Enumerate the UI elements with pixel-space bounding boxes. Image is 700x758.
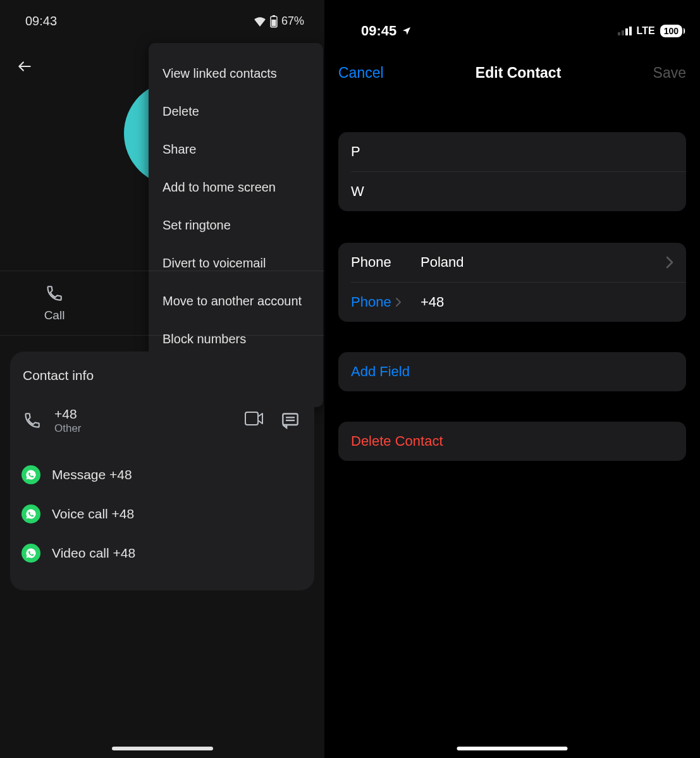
- chevron-right-icon: [395, 297, 402, 307]
- wa-voice-label: Voice call +48: [52, 506, 134, 522]
- svg-rect-4: [283, 414, 297, 425]
- delete-group: Delete Contact: [338, 422, 686, 461]
- menu-delete[interactable]: Delete: [149, 92, 323, 130]
- action-tabs: Call: [0, 271, 324, 336]
- chevron-right-icon: [666, 256, 673, 269]
- wifi-icon: [254, 16, 266, 27]
- wa-message-label: Message +48: [52, 467, 132, 482]
- phone-icon: [46, 284, 63, 302]
- name-group: P W: [338, 132, 686, 211]
- battery-percent: 100: [660, 25, 682, 37]
- clock: 09:43: [25, 14, 57, 28]
- page-title: Edit Contact: [476, 64, 561, 82]
- battery-percent: 67%: [281, 15, 304, 28]
- section-heading: Contact info: [21, 368, 303, 383]
- contact-info-card: Contact info +48 Other Messag: [10, 351, 314, 590]
- last-name-field[interactable]: W: [338, 172, 686, 211]
- menu-share[interactable]: Share: [149, 130, 323, 168]
- status-bar: 09:45 LTE 100: [324, 0, 700, 44]
- phone-type: Other: [54, 422, 233, 435]
- android-contact-screen: 09:43 67% View linked contacts Delete Sh…: [0, 0, 324, 758]
- phone-country-row[interactable]: Phone Poland: [338, 243, 686, 282]
- save-button[interactable]: Save: [653, 64, 686, 82]
- svg-rect-8: [622, 30, 624, 35]
- phone-number: +48: [54, 406, 233, 422]
- svg-rect-3: [245, 412, 258, 425]
- arrow-left-icon: [16, 58, 33, 75]
- whatsapp-video-call[interactable]: Video call +48: [21, 534, 303, 573]
- whatsapp-message[interactable]: Message +48: [21, 455, 303, 494]
- phone-group: Phone Poland Phone +48: [338, 243, 686, 322]
- first-name-field[interactable]: P: [338, 132, 686, 171]
- phone-type-label[interactable]: Phone: [351, 294, 421, 310]
- delete-contact-label: Delete Contact: [351, 433, 443, 449]
- cellular-icon: [618, 27, 632, 35]
- status-indicators: LTE 100: [618, 25, 686, 37]
- message-icon[interactable]: [281, 412, 299, 429]
- whatsapp-icon: [21, 465, 40, 484]
- whatsapp-icon: [21, 504, 40, 523]
- svg-rect-2: [271, 20, 276, 27]
- last-name-value: W: [351, 183, 364, 200]
- first-name-value: P: [351, 144, 360, 160]
- phone-label: Phone: [351, 254, 421, 271]
- video-icon[interactable]: [245, 412, 264, 429]
- gesture-bar[interactable]: [112, 747, 213, 750]
- phone-icon: [21, 412, 43, 429]
- phone-number-row[interactable]: Phone +48: [338, 283, 686, 322]
- cancel-button[interactable]: Cancel: [338, 64, 384, 82]
- ios-edit-contact-screen: 09:45 LTE 100 Cancel Edit Contact Save P…: [324, 0, 700, 758]
- battery-icon: 100: [660, 25, 686, 37]
- location-icon: [402, 26, 412, 36]
- tab-call[interactable]: Call: [0, 271, 109, 335]
- svg-rect-9: [625, 28, 628, 35]
- svg-rect-1: [273, 15, 275, 17]
- phone-entry[interactable]: +48 Other: [21, 401, 303, 440]
- nav-bar: Cancel Edit Contact Save: [324, 44, 700, 97]
- phone-number-value: +48: [421, 294, 673, 310]
- svg-rect-10: [629, 27, 632, 35]
- back-button[interactable]: [13, 54, 37, 78]
- svg-rect-7: [618, 32, 620, 35]
- network-label: LTE: [637, 25, 655, 37]
- status-indicators: 67%: [254, 15, 304, 28]
- status-bar: 09:43 67%: [0, 0, 324, 33]
- add-field-label: Add Field: [351, 364, 410, 380]
- add-field-group: Add Field: [338, 352, 686, 391]
- tab-call-label: Call: [44, 309, 65, 322]
- menu-add-home[interactable]: Add to home screen: [149, 168, 323, 206]
- battery-icon: [270, 15, 278, 28]
- add-field-button[interactable]: Add Field: [338, 352, 686, 391]
- clock: 09:45: [361, 23, 396, 39]
- phone-country-value: Poland: [421, 254, 666, 271]
- clock-area: 09:45: [361, 23, 412, 39]
- wa-video-label: Video call +48: [52, 546, 135, 561]
- delete-contact-button[interactable]: Delete Contact: [338, 422, 686, 461]
- menu-ringtone[interactable]: Set ringtone: [149, 206, 323, 244]
- whatsapp-icon: [21, 544, 40, 563]
- menu-view-linked[interactable]: View linked contacts: [149, 54, 323, 92]
- whatsapp-voice-call[interactable]: Voice call +48: [21, 494, 303, 534]
- gesture-bar[interactable]: [457, 747, 568, 750]
